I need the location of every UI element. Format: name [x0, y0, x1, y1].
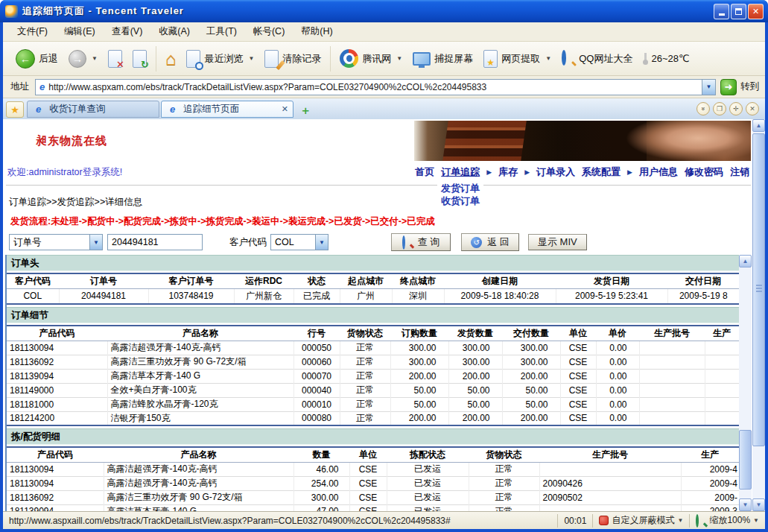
column-header: 单位 — [560, 326, 596, 341]
table-cell: 300.00 — [502, 341, 560, 355]
scroll-down-button[interactable]: ▼ — [752, 498, 765, 511]
new-tab-button[interactable]: ＋ — [298, 103, 313, 118]
page-scrollbar[interactable]: ▲ ▼ — [752, 119, 765, 511]
banner-photo-screen — [442, 121, 527, 161]
frame-scrollbar[interactable]: ▲ ▼ — [739, 255, 752, 511]
nav-system-config[interactable]: 系统配置 — [582, 165, 621, 179]
tab-receive-order-query[interactable]: e 收货订单查询 — [27, 101, 159, 118]
nav-order-entry[interactable]: 订单录入 — [536, 165, 575, 179]
page-zoom-control[interactable]: 缩放100% ▼ — [689, 514, 765, 528]
refresh-button[interactable]: ↻ — [127, 45, 152, 73]
maximize-button[interactable] — [731, 4, 746, 19]
table-cell: CSE — [560, 411, 596, 425]
section-pick-detail: 拣/配货明细 — [7, 428, 739, 445]
nav-user-info[interactable]: 用户信息 — [639, 165, 678, 179]
menu-help[interactable]: 帮助(H) — [293, 25, 340, 38]
go-button[interactable]: ➜ — [720, 79, 737, 95]
menu-view[interactable]: 查看(V) — [104, 25, 151, 38]
table-cell: 广州新仓 — [234, 288, 293, 304]
column-header: 交付数量 — [502, 326, 560, 341]
column-header: 状态 — [293, 273, 340, 288]
table-cell: CSE — [349, 462, 387, 476]
web-extract-button[interactable]: ★ 网页提取 ▼ — [478, 45, 556, 73]
address-dropdown-button[interactable]: ▼ — [702, 80, 715, 95]
menu-bar: 文件(F) 编辑(E) 查看(V) 收藏(A) 工具(T) 帐号(C) 帮助(H… — [3, 22, 765, 42]
table-cell: 103748419 — [148, 288, 234, 304]
close-button[interactable]: ✕ — [748, 4, 764, 19]
recent-browse-button[interactable]: 最近浏览 ▼ — [181, 45, 259, 73]
submenu-receive-order[interactable]: 收货订单 — [437, 194, 483, 207]
table-cell: 50.00 — [502, 383, 560, 397]
table-cell — [539, 462, 681, 476]
restore-window-button[interactable]: ❐ — [713, 102, 726, 115]
table-cell — [705, 397, 739, 411]
menu-favorites[interactable]: 收藏(A) — [150, 25, 198, 38]
tencent-label: 腾讯网 — [362, 52, 391, 66]
nav-change-password[interactable]: 修改密码 — [685, 165, 723, 179]
weather-widget[interactable]: 26~28℃ — [638, 45, 694, 73]
nav-inventory[interactable]: 库存 — [498, 165, 518, 179]
menu-account[interactable]: 帐号(C) — [245, 25, 293, 38]
clear-records-button[interactable]: 清除记录 — [259, 45, 326, 73]
toolbar-separator — [330, 46, 331, 72]
qq-sites-button[interactable]: QQ网址大全 — [556, 45, 638, 73]
close-tab-group-button[interactable]: ✕ — [746, 102, 759, 115]
tab-tracking-detail[interactable]: e 追踪细节页面 ✕ — [161, 101, 293, 118]
scrollbar-thumb[interactable] — [739, 430, 752, 490]
menu-edit[interactable]: 编辑(E) — [56, 25, 104, 38]
submenu-ship-order[interactable]: 发货订单 — [437, 182, 483, 194]
column-header: 货物状态 — [469, 447, 539, 462]
menu-file[interactable]: 文件(F) — [9, 25, 56, 38]
tab-bar: ★ e 收货订单查询 e 追踪细节页面 ✕ ＋ » ❐ ✛ ✕ — [3, 98, 765, 119]
column-header: 订单号 — [59, 273, 148, 288]
forward-button[interactable]: → ▼ — [63, 45, 103, 73]
table-cell: COL — [7, 288, 59, 304]
capture-screen-label: 捕捉屏幕 — [434, 52, 473, 66]
table-cell — [539, 504, 681, 511]
tracking-submenu: 发货订单 收货订单 — [437, 182, 483, 207]
collapse-tabs-button[interactable]: » — [696, 102, 710, 115]
pin-button[interactable]: ✛ — [729, 102, 743, 115]
minimize-button[interactable] — [714, 4, 729, 19]
go-arrow-icon: ➜ — [725, 81, 733, 92]
favorites-button[interactable]: ★ — [6, 101, 24, 118]
nav-home[interactable]: 首页 — [415, 165, 434, 179]
menu-tools[interactable]: 工具(T) — [198, 25, 245, 38]
table-cell: 全效+美白牙膏-100克 — [107, 383, 293, 397]
return-button[interactable]: ↺ 返 回 — [461, 233, 519, 251]
table-cell: 正常 — [469, 476, 539, 490]
capture-screen-button[interactable]: 捕捉屏幕 — [407, 45, 478, 73]
tables-region: 订单头 客户代码订单号客户订单号运作RDC状态起点城市终点城市创建日期发货日期交… — [5, 255, 739, 511]
table-cell: 高露洁超强牙膏-140克-高钙 — [104, 462, 293, 476]
scroll-down-button[interactable]: ▼ — [739, 498, 752, 511]
order-number-input[interactable] — [107, 234, 203, 250]
stop-button[interactable]: ✕ — [103, 45, 127, 73]
table-row: 181136092高露洁三重功效牙膏 90 G-72支/箱300.00CSE已发… — [7, 490, 739, 504]
address-url: http://www.aspxam.com/ebs/track/TrackDet… — [48, 82, 702, 92]
table-cell: 正常 — [340, 383, 390, 397]
customer-code-select[interactable]: COL ▼ — [270, 234, 329, 250]
scroll-up-button[interactable]: ▲ — [739, 255, 752, 267]
address-input[interactable]: e http://www.aspxam.com/ebs/track/TrackD… — [35, 79, 716, 95]
back-button[interactable]: ← 后退 — [10, 45, 63, 73]
nav-logout[interactable]: 注销 — [730, 165, 749, 179]
table-cell — [705, 411, 739, 425]
nav-order-tracking[interactable]: 订单追踪 — [441, 165, 480, 179]
ie-page-icon: e — [32, 104, 45, 115]
table-cell: 已发运 — [387, 504, 469, 511]
search-button[interactable]: 查 询 — [391, 233, 451, 251]
tab-close-icon[interactable]: ✕ — [282, 104, 288, 114]
show-miv-button[interactable]: 显示 MIV — [528, 234, 587, 250]
scrollbar-thumb[interactable] — [752, 133, 765, 446]
home-button[interactable]: ⌂ — [160, 45, 182, 73]
table-cell: 2009-4 — [681, 476, 739, 490]
table-header-row: 产品代码产品名称数量单位拣配状态货物状态生产批号生产 — [7, 447, 739, 462]
tencent-site-button[interactable]: 腾讯网 ▼ — [334, 45, 407, 73]
block-mode-control[interactable]: 自定义屏蔽模式 ▼ — [592, 514, 689, 528]
chevron-right-icon: ▶ — [524, 168, 530, 176]
scroll-up-button[interactable]: ▲ — [752, 119, 765, 132]
status-bar: http://www.aspxaill.com/ebs/track/TrackD… — [3, 511, 765, 529]
field-select[interactable]: 订单号 ▼ — [9, 234, 103, 250]
home-icon: ⌂ — [165, 50, 177, 68]
web-page: 昶东物流在线 欢迎:administrator登录系统! 首页 订单追踪 ▶ 库… — [3, 119, 752, 511]
